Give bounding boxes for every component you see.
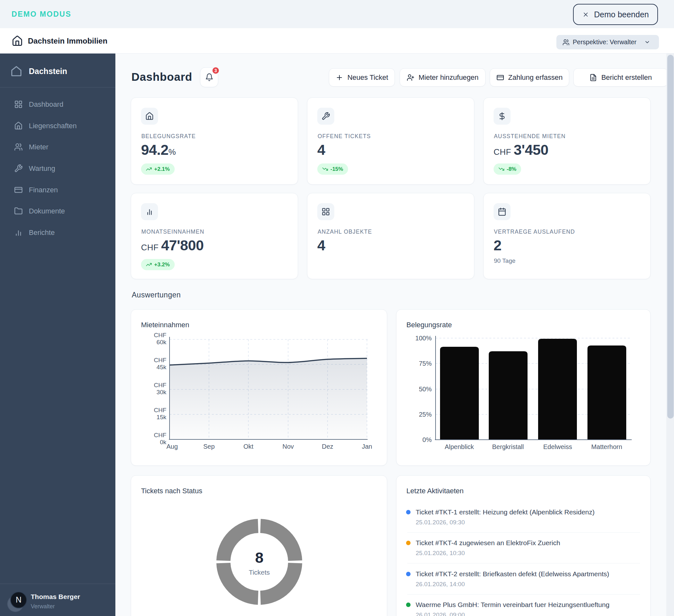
svg-text:Sep: Sep: [203, 443, 215, 450]
svg-text:15k: 15k: [156, 414, 166, 420]
svg-text:0%: 0%: [422, 436, 432, 443]
svg-text:60k: 60k: [156, 339, 166, 345]
svg-text:CHF: CHF: [154, 432, 166, 438]
svg-text:Matterhorn: Matterhorn: [591, 443, 623, 450]
svg-text:45k: 45k: [156, 364, 166, 371]
svg-text:Bergkristall: Bergkristall: [492, 443, 524, 450]
svg-text:Nov: Nov: [283, 443, 294, 450]
svg-text:Tickets: Tickets: [249, 569, 270, 576]
svg-text:CHF: CHF: [154, 357, 166, 364]
svg-text:100%: 100%: [415, 335, 432, 342]
svg-text:30k: 30k: [156, 389, 166, 396]
svg-text:CHF: CHF: [154, 332, 166, 338]
svg-text:Jan: Jan: [362, 443, 372, 450]
svg-text:Alpenblick: Alpenblick: [445, 443, 474, 450]
svg-text:CHF: CHF: [154, 407, 166, 413]
svg-text:Dez: Dez: [322, 443, 333, 450]
svg-text:CHF: CHF: [154, 382, 166, 389]
svg-text:0k: 0k: [160, 439, 166, 445]
svg-text:Okt: Okt: [243, 443, 253, 450]
svg-text:25%: 25%: [419, 411, 432, 418]
svg-text:Aug: Aug: [166, 443, 178, 450]
svg-text:Edelweiss: Edelweiss: [543, 443, 572, 450]
svg-text:50%: 50%: [419, 386, 432, 393]
svg-text:8: 8: [255, 549, 263, 566]
svg-text:75%: 75%: [419, 360, 432, 367]
